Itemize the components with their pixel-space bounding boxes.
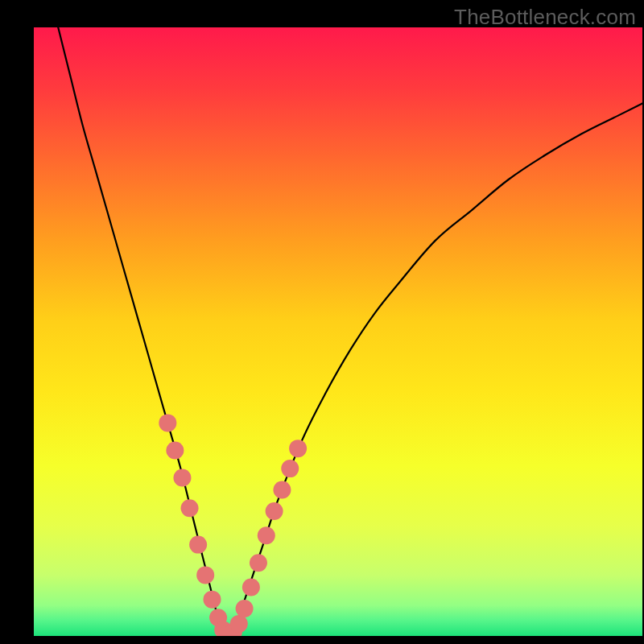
marker-dot — [281, 460, 299, 477]
watermark-text: TheBottleneck.com — [454, 5, 636, 30]
marker-dot — [189, 536, 207, 554]
marker-dot — [230, 615, 248, 633]
marker-dot — [242, 579, 260, 597]
marker-dot — [289, 440, 307, 457]
marker-dot — [159, 414, 176, 431]
marker-dot — [166, 441, 184, 459]
marker-dot — [266, 502, 283, 520]
gradient-background — [34, 27, 642, 636]
marker-dot — [258, 526, 275, 544]
marker-dot — [236, 600, 254, 617]
plot-area — [34, 27, 642, 636]
marker-dot — [273, 481, 291, 499]
chart-svg — [34, 27, 642, 636]
marker-dot — [196, 566, 214, 584]
marker-dot — [173, 469, 191, 486]
marker-dot — [181, 499, 199, 517]
chart-frame: TheBottleneck.com — [0, 0, 644, 644]
marker-dot — [204, 591, 221, 609]
marker-dot — [250, 554, 267, 572]
